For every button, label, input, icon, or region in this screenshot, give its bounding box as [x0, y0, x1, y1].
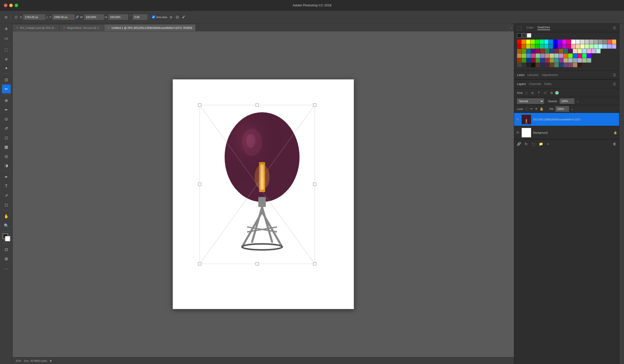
swatch-red[interactable]: [517, 40, 521, 44]
swatch-w5[interactable]: [589, 40, 593, 44]
move-tool[interactable]: ✛: [2, 24, 11, 33]
layers-panel-menu[interactable]: ☰: [613, 82, 616, 86]
swatch-gr3[interactable]: [545, 49, 549, 53]
add-mask-button[interactable]: ⬚: [531, 141, 536, 147]
layer-visibility-image[interactable]: 👁: [516, 117, 520, 121]
swatch-g5[interactable]: [522, 58, 526, 63]
delete-layer-button[interactable]: 🗑: [612, 141, 617, 147]
tab-adjustments[interactable]: Adjustments: [542, 73, 558, 77]
tab-magic-wand[interactable]: ✕ MagicWand_Tool.psd @ 2...: [60, 24, 104, 31]
eyedropper-tool[interactable]: ✏: [2, 85, 11, 93]
swatch-w7[interactable]: [598, 40, 602, 44]
clone-tool[interactable]: ⊙: [2, 114, 11, 123]
swatch-r5[interactable]: [517, 58, 521, 63]
tab-close-magic[interactable]: ✕: [63, 26, 65, 29]
filter-toggle[interactable]: [555, 91, 559, 94]
text-tool[interactable]: T: [2, 182, 11, 191]
swatch-sb5[interactable]: [573, 58, 577, 63]
wand-tool[interactable]: ✦: [2, 64, 11, 72]
swatch-m4[interactable]: [559, 53, 563, 58]
swatch-gr2[interactable]: [535, 44, 539, 49]
w-input[interactable]: [84, 14, 104, 20]
antialias-checkbox[interactable]: [152, 15, 155, 19]
fill-arrow[interactable]: ⌄: [571, 107, 573, 111]
extra-tools[interactable]: …: [2, 264, 11, 273]
tab-untitled[interactable]: ✕ Untitled-1 @ 25% (831205c1369b2b5b9cce…: [104, 24, 196, 31]
angle-input[interactable]: [133, 14, 147, 20]
tab-rs-collage[interactable]: ✕ RS_Collage1.psd @ 25% (3...: [13, 24, 60, 31]
swatch-g6a[interactable]: [517, 63, 521, 67]
swatch-sg5[interactable]: [568, 58, 572, 63]
lock-transparent-icon[interactable]: ⬚: [525, 107, 528, 111]
swatch-r2[interactable]: [517, 44, 521, 49]
swatch-dn6[interactable]: [540, 63, 545, 67]
swatch-g2[interactable]: [530, 44, 535, 49]
swatch-w6[interactable]: [594, 40, 598, 44]
swatch-black[interactable]: [517, 33, 521, 38]
swatch-dr6[interactable]: [577, 63, 582, 67]
swatch-c4[interactable]: [554, 53, 559, 58]
crop-tool[interactable]: ⊡: [2, 75, 11, 84]
cancel-transform-button[interactable]: ⊘: [175, 14, 180, 20]
swatch-lb3[interactable]: [582, 49, 587, 53]
path-select-tool[interactable]: ↗: [2, 191, 11, 200]
healing-tool[interactable]: ⊕: [2, 96, 11, 105]
pen-tool[interactable]: ✒: [2, 172, 11, 181]
layer-row-background[interactable]: 👁 Background 🔒: [514, 126, 619, 139]
swatch-r4[interactable]: [545, 53, 549, 58]
tab-close-rs[interactable]: ✕: [16, 26, 18, 29]
swatch-or4[interactable]: [564, 53, 568, 58]
tab-paths[interactable]: Paths: [544, 82, 552, 86]
dodge-tool[interactable]: ◑: [2, 161, 11, 170]
swatch-dt3[interactable]: [564, 49, 568, 53]
swatch-orange[interactable]: [521, 40, 526, 44]
swatch-lo2[interactable]: [576, 44, 580, 49]
swatch-b4b[interactable]: [540, 53, 545, 58]
lasso-tool[interactable]: ⌀: [2, 54, 11, 63]
swatch-lg3[interactable]: [577, 49, 582, 53]
swatch-light-red[interactable]: [607, 40, 612, 44]
swatch-cyan-blue[interactable]: [549, 40, 553, 44]
swatch-sg5b[interactable]: [582, 58, 587, 63]
swatch-br3[interactable]: [540, 49, 545, 53]
swatch-lb2[interactable]: [607, 44, 612, 49]
swatch-sl5[interactable]: [577, 58, 582, 63]
blend-mode-select[interactable]: Normal: [517, 98, 544, 104]
tab-color[interactable]: Color: [526, 26, 533, 30]
swatch-br6[interactable]: [550, 63, 554, 67]
tab-libraries[interactable]: Libraries: [528, 73, 539, 77]
swatch-white[interactable]: [527, 33, 531, 38]
swatch-ly2[interactable]: [580, 44, 584, 49]
swatch-oy5[interactable]: [550, 58, 554, 63]
swatch-blue-purple[interactable]: [558, 40, 562, 44]
swatch-lr2[interactable]: [571, 44, 575, 49]
marquee-tool[interactable]: ⬚: [2, 45, 11, 54]
swatch-cyan[interactable]: [544, 40, 548, 44]
swatch-ye4[interactable]: [568, 53, 572, 58]
swatch-gc2[interactable]: [540, 44, 544, 49]
swatch-g3[interactable]: [522, 49, 526, 53]
new-layer-button[interactable]: +: [546, 141, 551, 147]
swatch-pk3[interactable]: [536, 49, 540, 53]
swatch-nb3[interactable]: [550, 49, 554, 53]
swatch-lgr2[interactable]: [589, 44, 593, 49]
filter-smart-icon[interactable]: ⊞: [549, 90, 554, 95]
swatch-o2[interactable]: [521, 44, 526, 49]
eraser-tool[interactable]: ◻: [2, 133, 11, 142]
swatch-lp2[interactable]: [612, 44, 616, 49]
swatch-pk5[interactable]: [531, 58, 535, 63]
swatch-b2[interactable]: [553, 44, 557, 49]
swatch-lgc2[interactable]: [594, 44, 598, 49]
swatch-tc5[interactable]: [554, 58, 559, 63]
swatch-w3[interactable]: [580, 40, 584, 44]
swatch-pk6[interactable]: [568, 63, 572, 67]
commit-transform-button[interactable]: ✓: [181, 14, 186, 20]
swatch-w8[interactable]: [603, 40, 607, 44]
swatch-in5[interactable]: [540, 58, 545, 63]
swatch-yellow[interactable]: [526, 40, 530, 44]
zoom-tool[interactable]: 🔍: [2, 221, 11, 230]
swatch-m2[interactable]: [562, 44, 567, 49]
swatch-r3[interactable]: [517, 49, 521, 53]
swatch-lv3[interactable]: [592, 49, 596, 53]
background-color[interactable]: [5, 236, 10, 241]
